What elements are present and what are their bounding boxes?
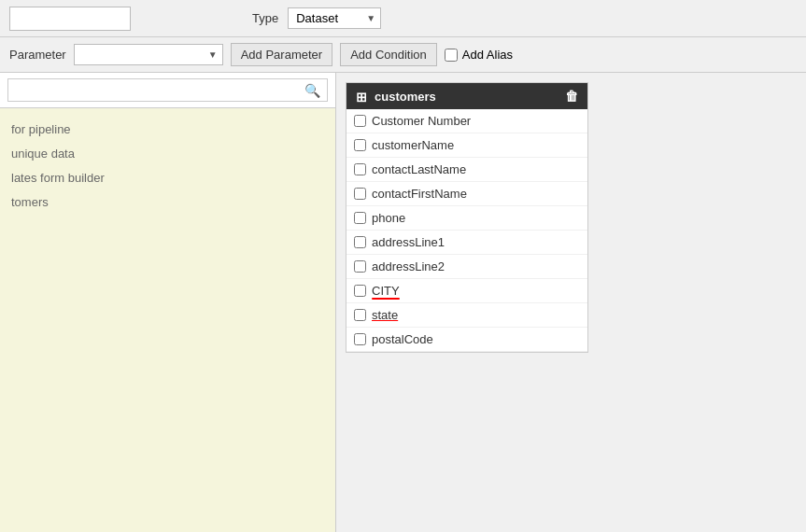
- field-checkbox-city[interactable]: [354, 285, 366, 297]
- field-item-state: state: [346, 303, 587, 328]
- main-content: 🔍 for pipeline unique data lates form bu…: [0, 73, 806, 532]
- field-label-postalcode: postalCode: [372, 332, 433, 346]
- left-panel: 🔍 for pipeline unique data lates form bu…: [0, 73, 336, 532]
- field-item-phone: phone: [346, 206, 587, 231]
- list-item: for pipeline: [11, 118, 324, 142]
- field-item-addressline1: addressLine1: [346, 231, 587, 255]
- type-select-wrapper: Dataset Query View ▼: [288, 7, 381, 29]
- search-input[interactable]: [7, 78, 328, 102]
- list-item: unique data: [11, 142, 324, 166]
- field-item-addressline2: addressLine2: [346, 255, 587, 279]
- dataset-title: customers: [375, 90, 436, 104]
- param-label: Parameter: [9, 48, 66, 62]
- field-item-customername: customerName: [346, 133, 587, 158]
- type-label: Type: [252, 11, 278, 25]
- field-label-addressline1: addressLine1: [372, 235, 445, 249]
- field-label-contactfirstname: contactFirstName: [372, 187, 467, 201]
- search-bar: 🔍: [0, 73, 335, 108]
- dataset-header-left: customers: [356, 90, 436, 104]
- field-label-customernumber: Customer Number: [372, 114, 471, 128]
- add-alias-checkbox[interactable]: [445, 49, 458, 62]
- field-item-city: CITY: [346, 279, 587, 303]
- field-label-city: CITY: [372, 284, 400, 298]
- param-bar: Parameter ▼ Add Parameter Add Condition …: [0, 37, 806, 73]
- field-checkbox-contactlastname[interactable]: [354, 163, 366, 175]
- list-item: tomers: [11, 190, 324, 215]
- right-panel: customers 🗑 Customer Number customerName…: [336, 73, 806, 532]
- dataset-box: customers 🗑 Customer Number customerName…: [346, 82, 588, 353]
- top-bar: Type Dataset Query View ▼: [0, 0, 806, 37]
- add-alias-wrapper: Add Alias: [445, 48, 513, 62]
- field-item-contactfirstname: contactFirstName: [346, 182, 587, 206]
- field-label-state: state: [372, 308, 398, 322]
- field-checkbox-state[interactable]: [354, 309, 366, 321]
- add-parameter-button[interactable]: Add Parameter: [231, 43, 332, 66]
- list-item: lates form builder: [11, 166, 324, 190]
- dataset-header: customers 🗑: [346, 83, 587, 109]
- grid-icon: [356, 90, 369, 103]
- param-select-wrapper: ▼: [74, 44, 223, 65]
- trash-icon[interactable]: 🗑: [565, 89, 578, 104]
- field-checkbox-addressline2[interactable]: [354, 260, 366, 273]
- add-condition-button[interactable]: Add Condition: [340, 43, 437, 66]
- field-checkbox-customernumber[interactable]: [354, 115, 366, 127]
- field-checkbox-addressline1[interactable]: [354, 236, 366, 248]
- type-select[interactable]: Dataset Query View: [288, 7, 381, 29]
- field-label-contactlastname: contactLastName: [372, 162, 466, 176]
- field-label-addressline2: addressLine2: [372, 259, 445, 273]
- field-item-customernumber: Customer Number: [346, 109, 587, 133]
- left-content: for pipeline unique data lates form buil…: [0, 108, 335, 532]
- field-item-contactlastname: contactLastName: [346, 158, 587, 182]
- dataset-list: Customer Number customerName contactLast…: [346, 109, 587, 352]
- field-checkbox-customername[interactable]: [354, 139, 366, 151]
- param-select[interactable]: [74, 44, 223, 65]
- search-icon: 🔍: [304, 83, 320, 98]
- field-item-postalcode: postalCode: [346, 328, 587, 352]
- field-label-customername: customerName: [372, 138, 454, 152]
- add-alias-label: Add Alias: [462, 48, 513, 62]
- field-label-phone: phone: [372, 211, 405, 225]
- field-checkbox-postalcode[interactable]: [354, 333, 366, 345]
- field-checkbox-contactfirstname[interactable]: [354, 188, 366, 200]
- field-checkbox-phone[interactable]: [354, 212, 366, 224]
